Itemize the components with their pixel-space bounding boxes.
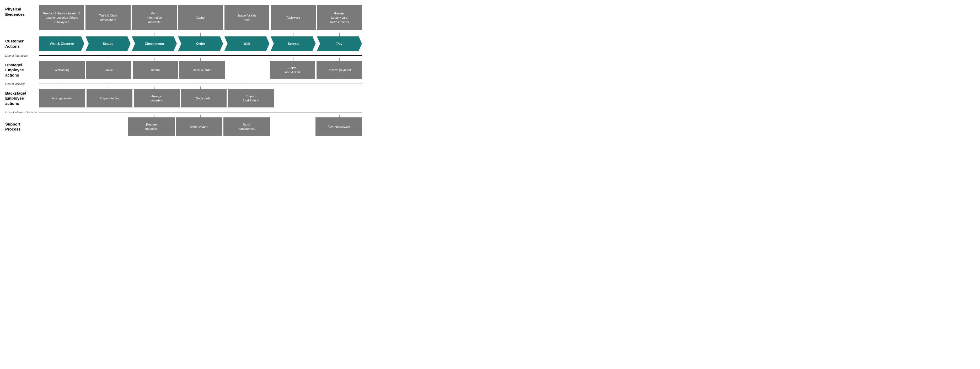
support-action-4: Order system	[176, 117, 223, 136]
onstage-action-2: Guide	[86, 61, 131, 79]
onstage-action-4: Receive order	[179, 61, 225, 79]
support-action-5: Stockmanagement	[223, 117, 270, 136]
line-of-visibility: Line of visibility	[5, 81, 362, 87]
support-empty-6	[271, 117, 314, 136]
customer-action-5: Wait	[224, 36, 269, 51]
interaction-line	[39, 55, 362, 56]
evidence-box-1: Product & Service Interior & exterior Lo…	[39, 5, 84, 30]
customer-action-1: Visit & Observe	[39, 36, 84, 51]
visibility-label: Line of visibility	[5, 82, 39, 86]
support-empty-2	[84, 117, 127, 136]
internal-line	[39, 112, 362, 112]
customer-actions-row: CustomerActions Visit & Observe Seated C…	[5, 36, 362, 51]
customer-action-4: Order	[178, 36, 223, 51]
physical-evidences-label: PhysicalEvidences	[5, 5, 39, 18]
customer-action-3: Check menu	[132, 36, 177, 51]
line-of-interaction: Line of Interaction	[5, 52, 362, 58]
customer-action-2: Seated	[86, 36, 130, 51]
line-of-internal-interaction: Line of internal interaction	[5, 109, 362, 115]
backstage-action-3: Arrangematerials	[134, 89, 180, 108]
evidence-box-3: MenuInformationmaterials	[132, 5, 177, 30]
customer-actions-label: CustomerActions	[5, 37, 39, 50]
backstage-action-2: Prepare tables	[86, 89, 132, 108]
evidence-box-2: Table & ChairAtmosphere	[86, 5, 130, 30]
onstage-row: Onstage/Employee actions Welcoming Guide…	[5, 61, 362, 79]
physical-evidences-row: PhysicalEvidences Product & Service Inte…	[5, 5, 362, 30]
evidence-box-4: Casher	[178, 5, 223, 30]
connector-lines-onstage	[39, 58, 362, 61]
evidence-box-5: Space for kidsToilet	[224, 5, 269, 30]
backstage-empty-6	[275, 89, 318, 108]
blueprint-diagram: PhysicalEvidences Product & Service Inte…	[5, 5, 362, 136]
connector-lines-backstage	[39, 87, 362, 89]
backstage-empty-7	[319, 89, 362, 108]
support-row: SupportProcess Preparematerials Order sy…	[5, 117, 362, 136]
internal-label: Line of internal interaction	[5, 111, 39, 114]
evidence-box-6: Tableware	[270, 5, 315, 30]
support-action-3: Preparematerials	[128, 117, 175, 136]
connector-lines-top	[39, 33, 362, 36]
backstage-row: Backstage/Employee actions Arrange inter…	[5, 89, 362, 108]
backstage-action-1: Arrange interior	[39, 89, 85, 108]
onstage-action-7: Receive payment	[317, 61, 362, 79]
customer-action-6: Served	[270, 36, 315, 51]
onstage-label: Onstage/Employee actions	[5, 61, 39, 79]
interaction-label: Line of Interaction	[5, 54, 39, 57]
backstage-label: Backstage/Employee actions	[5, 89, 39, 108]
onstage-action-3: Inform	[133, 61, 178, 79]
support-action-7: Payment system	[315, 117, 362, 136]
connector-lines-support	[39, 115, 362, 117]
support-empty-1	[39, 117, 83, 136]
customer-action-7: Pay	[317, 36, 362, 51]
backstage-action-4: Notify order	[181, 89, 227, 108]
evidence-box-7: ReceiptLoyalty cardRefreshments	[317, 5, 362, 30]
onstage-action-6: Servefood & drink	[270, 61, 315, 79]
onstage-empty-5	[226, 61, 269, 79]
visibility-line	[39, 84, 362, 84]
support-label: SupportProcess	[5, 120, 39, 133]
onstage-action-1: Welcoming	[39, 61, 85, 79]
backstage-action-5: Preparefood & drink	[228, 89, 274, 108]
